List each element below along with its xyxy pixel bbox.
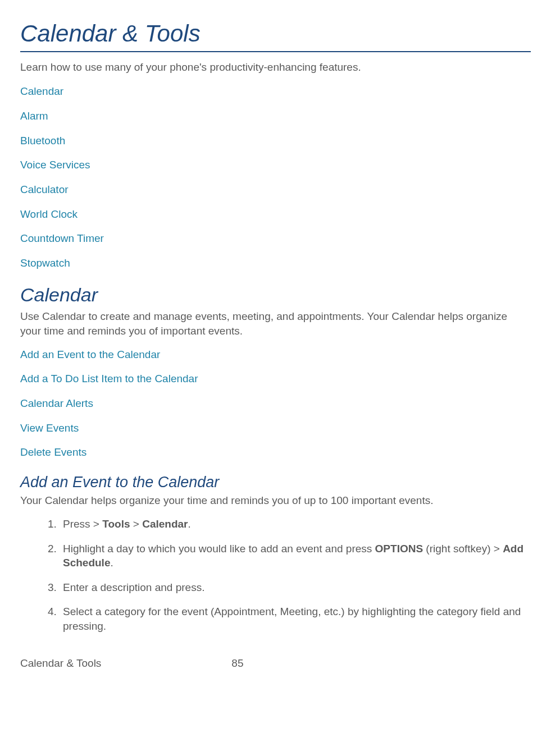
link-add-todo[interactable]: Add a To Do List Item to the Calendar bbox=[20, 372, 531, 386]
step-1: Press > Tools > Calendar. bbox=[60, 517, 531, 532]
main-link-list: Calendar Alarm Bluetooth Voice Services … bbox=[20, 84, 531, 270]
calendar-link-list: Add an Event to the Calendar Add a To Do… bbox=[20, 347, 531, 460]
link-add-event[interactable]: Add an Event to the Calendar bbox=[20, 347, 531, 362]
step-2: Highlight a day to which you would like … bbox=[60, 542, 531, 570]
link-bluetooth[interactable]: Bluetooth bbox=[20, 134, 531, 148]
calendar-intro: Use Calendar to create and manage events… bbox=[20, 309, 531, 338]
footer-page-number: 85 bbox=[231, 656, 243, 671]
link-alarm[interactable]: Alarm bbox=[20, 109, 531, 123]
link-delete-events[interactable]: Delete Events bbox=[20, 445, 531, 460]
step-1-calendar: Calendar bbox=[142, 518, 188, 530]
intro-text: Learn how to use many of your phone's pr… bbox=[20, 60, 531, 75]
link-countdown-timer[interactable]: Countdown Timer bbox=[20, 231, 531, 246]
step-1-text-e: . bbox=[188, 518, 190, 530]
link-view-events[interactable]: View Events bbox=[20, 421, 531, 436]
step-2-text-a: Highlight a day to which you would like … bbox=[63, 543, 375, 555]
footer: Calendar & Tools 85 bbox=[20, 656, 531, 671]
page-title: Calendar & Tools bbox=[20, 18, 531, 52]
link-voice-services[interactable]: Voice Services bbox=[20, 158, 531, 172]
add-event-intro: Your Calendar helps organize your time a… bbox=[20, 493, 531, 508]
footer-title: Calendar & Tools bbox=[20, 656, 101, 671]
link-stopwatch[interactable]: Stopwatch bbox=[20, 256, 531, 271]
step-3: Enter a description and press. bbox=[60, 580, 531, 595]
add-event-heading: Add an Event to the Calendar bbox=[20, 472, 531, 492]
link-world-clock[interactable]: World Clock bbox=[20, 207, 531, 222]
step-1-tools: Tools bbox=[102, 518, 130, 530]
step-1-text-a: Press > bbox=[63, 518, 102, 530]
link-calculator[interactable]: Calculator bbox=[20, 182, 531, 197]
steps-list: Press > Tools > Calendar. Highlight a da… bbox=[20, 517, 531, 634]
step-2-options: OPTIONS bbox=[375, 543, 424, 555]
link-calendar-alerts[interactable]: Calendar Alerts bbox=[20, 396, 531, 411]
step-1-text-c: > bbox=[130, 518, 143, 530]
calendar-heading: Calendar bbox=[20, 282, 531, 308]
step-4: Select a category for the event (Appoint… bbox=[60, 604, 531, 633]
link-calendar[interactable]: Calendar bbox=[20, 84, 531, 99]
step-2-text-c: (right softkey) > bbox=[423, 543, 503, 555]
step-2-text-e: . bbox=[110, 557, 113, 569]
